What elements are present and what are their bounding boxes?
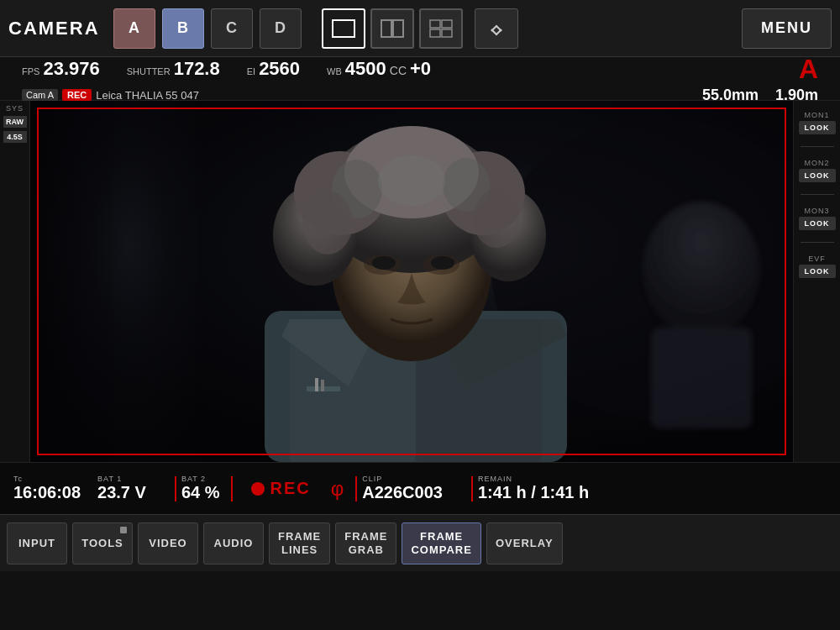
input-button[interactable]: INPUT bbox=[7, 522, 67, 564]
mon1-label: MON1 bbox=[804, 111, 829, 119]
evf-look-button[interactable]: LOOK bbox=[799, 265, 836, 278]
svg-rect-39 bbox=[30, 101, 197, 462]
camera-a-badge: A bbox=[799, 54, 818, 85]
remain-block: REMAIN 1:41 h / 1:41 h bbox=[478, 475, 589, 502]
mon2-label: MON2 bbox=[804, 159, 829, 167]
tick-3 bbox=[355, 476, 357, 501]
rec-badge: REC bbox=[62, 89, 92, 101]
svg-rect-3 bbox=[430, 20, 440, 28]
overlay-button[interactable]: OVERLAY bbox=[486, 522, 563, 564]
remain-label: REMAIN bbox=[478, 475, 589, 483]
video-button[interactable]: VIDEO bbox=[138, 522, 198, 564]
tc-value: 16:06:08 bbox=[13, 483, 81, 502]
svg-rect-5 bbox=[430, 29, 440, 37]
bat2-label: BAT 2 bbox=[181, 475, 220, 483]
clip-label: CLIP bbox=[362, 475, 443, 483]
audio-button[interactable]: AUDIO bbox=[203, 522, 264, 564]
left-panel: SYS RAW 4.5S bbox=[0, 101, 30, 462]
svg-rect-4 bbox=[442, 20, 452, 28]
wb-display: WB 4500 CC +0 bbox=[327, 58, 431, 80]
camera-button-a[interactable]: A bbox=[113, 8, 155, 49]
tick-2 bbox=[231, 476, 233, 501]
camera-button-d[interactable]: D bbox=[260, 8, 302, 49]
tc-label: Tc bbox=[13, 475, 81, 483]
bat1-value: 23.7 V bbox=[97, 483, 146, 502]
sys-label: SYS bbox=[6, 104, 24, 113]
svg-rect-0 bbox=[333, 20, 354, 37]
tick-1 bbox=[175, 476, 176, 501]
camera-info-bar: FPS 23.976 SHUTTER 172.8 EI 2560 WB 4500… bbox=[0, 57, 840, 101]
status-bar: Tc 16:06:08 BAT 1 23.7 V BAT 2 64 % REC … bbox=[0, 462, 840, 514]
tick-4 bbox=[471, 476, 473, 501]
svg-rect-2 bbox=[393, 20, 403, 37]
camera-button-b[interactable]: B bbox=[162, 8, 204, 49]
evf-label: EVF bbox=[808, 255, 826, 263]
video-scene bbox=[30, 101, 793, 462]
bat2-block: BAT 2 64 % bbox=[181, 475, 220, 502]
svg-rect-1 bbox=[381, 20, 391, 37]
shutter-display: SHUTTER 172.8 bbox=[127, 58, 220, 80]
mon2-look-button[interactable]: LOOK bbox=[799, 169, 836, 182]
up-down-button[interactable] bbox=[475, 8, 518, 49]
mon3-label: MON3 bbox=[804, 207, 829, 215]
fps-display: FPS 23.976 bbox=[22, 58, 100, 80]
rec-text: REC bbox=[270, 479, 310, 498]
raw-badge: RAW bbox=[3, 116, 27, 128]
video-frame bbox=[30, 101, 793, 462]
view-single-button[interactable] bbox=[322, 8, 365, 49]
clip-value: A226C003 bbox=[362, 483, 443, 502]
divider-1 bbox=[801, 146, 834, 147]
frame-lines-button[interactable]: FRAME LINES bbox=[269, 522, 330, 564]
tools-indicator bbox=[120, 527, 127, 533]
rec-indicator: REC bbox=[251, 479, 310, 498]
rec-dot bbox=[251, 482, 265, 496]
bat1-block: BAT 1 23.7 V bbox=[97, 475, 146, 502]
tools-button[interactable]: TOOLS bbox=[72, 522, 133, 564]
bat1-label: BAT 1 bbox=[97, 475, 146, 483]
timecode-block: Tc 16:06:08 bbox=[13, 475, 81, 502]
frame-compare-button[interactable]: FRAME COMPARE bbox=[402, 522, 480, 564]
mon3-look-button[interactable]: LOOK bbox=[799, 217, 836, 230]
clip-block: CLIP A226C003 bbox=[362, 475, 443, 502]
frame-grab-button[interactable]: FRAME GRAB bbox=[335, 522, 396, 564]
mon1-look-button[interactable]: LOOK bbox=[799, 121, 836, 134]
bat2-value: 64 % bbox=[181, 483, 220, 502]
ei-display: EI 2560 bbox=[247, 58, 300, 80]
phi-symbol: φ bbox=[331, 477, 344, 501]
cam-id-badge: Cam A bbox=[22, 89, 58, 101]
main-video-area: SYS RAW 4.5S bbox=[0, 101, 840, 462]
sensor-badge: 4.5S bbox=[3, 131, 27, 143]
view-mode-buttons bbox=[322, 8, 463, 49]
bottom-toolbar: INPUT TOOLS VIDEO AUDIO FRAME LINES FRAM… bbox=[0, 514, 840, 571]
camera-button-c[interactable]: C bbox=[211, 8, 253, 49]
remain-value: 1:41 h / 1:41 h bbox=[478, 483, 589, 502]
top-navigation-bar: CAMERA A B C D bbox=[0, 0, 840, 57]
view-quad-button[interactable] bbox=[419, 8, 463, 49]
divider-2 bbox=[801, 194, 834, 195]
divider-3 bbox=[801, 242, 834, 243]
camera-label: CAMERA bbox=[8, 18, 100, 39]
cam-id-group: Cam A REC Leica THALIA 55 047 bbox=[22, 89, 199, 102]
view-dual-button[interactable] bbox=[370, 8, 414, 49]
menu-button[interactable]: MENU bbox=[742, 8, 832, 49]
right-panel: MON1 LOOK MON2 LOOK MON3 LOOK EVF LOOK bbox=[793, 101, 840, 462]
svg-rect-6 bbox=[442, 29, 452, 37]
lens-name: Leica THALIA 55 047 bbox=[96, 89, 199, 102]
